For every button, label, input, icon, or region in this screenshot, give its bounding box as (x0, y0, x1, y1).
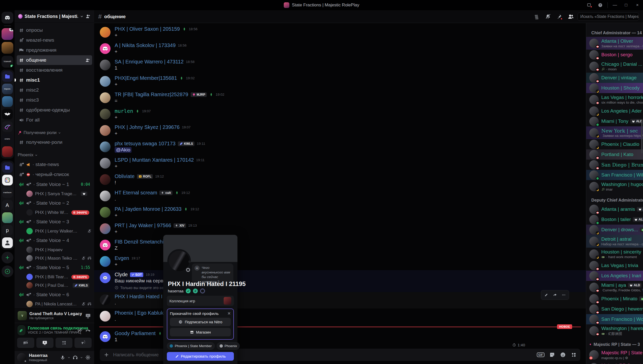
message[interactable]: PA | Jayden Monroe | 22063319:12+ (94, 205, 586, 221)
role-pill[interactable]: Phoenix | State Member (167, 342, 215, 350)
voice-channel-StateVoice~3[interactable]: · State Voice ~ 3 (17, 217, 92, 227)
server-icon[interactable] (2, 146, 13, 157)
state-fractions-server[interactable] (2, 28, 13, 40)
avatar[interactable] (100, 27, 111, 38)
server-icon[interactable]: STATE (2, 134, 13, 145)
channel-восстановления[interactable]: восстановления (17, 65, 92, 75)
message-author[interactable]: SA | Enrique Warrero | 473112 (115, 59, 183, 65)
message[interactable]: SA | Enrique Warrero | 47311218:581 (94, 57, 586, 74)
message[interactable]: PHX | Oliver Saxon | 20515918:56+ (94, 25, 586, 41)
hypesquad-badge-icon[interactable] (200, 289, 205, 293)
member-row[interactable]: Phoenix | Claudio (586, 139, 643, 149)
member-row[interactable]: Denver | vintage (586, 73, 643, 83)
channel-state-news[interactable]: · state-news (17, 160, 92, 169)
server-icon[interactable] (2, 175, 13, 185)
voice-member[interactable]: PHX | Paul Daime | 82140KWLS (15, 281, 94, 290)
message-author[interactable]: HT Eternal scream (115, 190, 157, 196)
avatar[interactable] (100, 191, 111, 201)
folder-icon[interactable] (2, 162, 13, 173)
avatar[interactable] (100, 158, 111, 169)
camera-button[interactable] (17, 338, 34, 348)
member-row[interactable]: Boston | tailerALD (586, 214, 643, 225)
category-Phoenix[interactable]: Phoenix (15, 151, 94, 159)
member-row[interactable]: Portland | Kato (586, 149, 643, 160)
server-folder[interactable]: этакбасинAp (1, 161, 14, 250)
invite-people-icon[interactable] (85, 58, 90, 63)
shop-button[interactable]: Магазин (170, 328, 231, 336)
server-icon[interactable] (2, 96, 13, 107)
message-author[interactable]: Goody Parliament (115, 330, 156, 336)
temniy-server[interactable]: ТЕМНИЙ (2, 56, 13, 68)
member-row[interactable]: Majestic RP | StateБОТmajestic-rp.ru | ⚙ (586, 348, 643, 361)
channel-опросы[interactable]: опросы (17, 25, 92, 35)
role-pill[interactable]: Phoenix (217, 342, 240, 350)
message[interactable]: TR |FBI| Tagilla Ramirez|252879MJRP19:02… (94, 90, 586, 106)
quest-badge-icon[interactable] (186, 289, 191, 293)
help-icon[interactable]: ? (595, 0, 606, 10)
phoenix-server[interactable] (2, 42, 13, 54)
voice-member[interactable]: PHX | Sanya Tragedia | 241450 (15, 190, 94, 198)
minimize-button[interactable]: — (609, 0, 620, 10)
message-author[interactable]: PRT | Jay Waker | 97566 (115, 223, 171, 228)
voice-connected-label[interactable]: Голосовая связь подключена (28, 326, 74, 330)
avatar[interactable] (100, 294, 111, 305)
gif-icon[interactable]: GIF (537, 352, 544, 357)
server-icon[interactable] (2, 212, 13, 223)
message[interactable]: PHX | Johny Skyez | 23967619:07+ (94, 123, 586, 139)
message[interactable]: LSPD | Munttan Xantares | 17014219:11+ (94, 156, 586, 172)
message-author[interactable]: PHX|Engri Member|135681 (115, 75, 177, 81)
member-row[interactable]: Los Angeles | Inari (586, 271, 643, 281)
close-button[interactable]: × (632, 0, 643, 10)
member-row[interactable]: New York | secЗаявки на хелпера https:// (586, 126, 643, 139)
member-row[interactable]: San Francisco | Woodie (586, 314, 643, 324)
member-row[interactable]: Denver | drows...cxlt (586, 225, 643, 235)
member-row[interactable]: Washington | haretooth· 幻影旅団 (586, 324, 643, 337)
avatar[interactable] (100, 174, 111, 185)
channel-одобрение-одежды[interactable]: одобрение-одежды (17, 105, 92, 115)
message-author[interactable]: phx tetsuya swaga 107173 (115, 141, 176, 147)
member-row[interactable]: Houston | sincerity· hard work moment (586, 248, 643, 260)
mention-pill[interactable]: @Akio (115, 147, 132, 153)
mic-icon[interactable] (59, 354, 67, 361)
close-icon[interactable]: ✕ (227, 311, 231, 316)
maximize-button[interactable]: □ (620, 0, 632, 10)
message-author[interactable]: LSPD | Munttan Xantares | 170142 (115, 157, 194, 163)
server-icon[interactable]: A (2, 200, 13, 211)
category-Получение роли[interactable]: Получение роли (15, 128, 94, 137)
update-icon[interactable] (583, 0, 595, 10)
avatar[interactable] (100, 60, 111, 70)
voice-member[interactable]: PHX | Hapaev (15, 246, 94, 254)
channel-weazel-news[interactable]: weazel-news (17, 35, 92, 45)
originally-known-as-badge-icon[interactable]: # (193, 289, 198, 293)
avatar[interactable] (100, 43, 111, 54)
message[interactable]: Obliviate$ROFL19:12! (94, 172, 586, 188)
member-row[interactable]: Houston | Shcody (586, 83, 643, 93)
nitro-subscribe-button[interactable]: Подписаться на Nitro (170, 318, 231, 326)
channel-Forall[interactable]: For all (17, 115, 92, 125)
channel-получение-роли[interactable]: получение-роли (17, 137, 92, 147)
message[interactable]: A | Nikita Sokolov | 17334918:56+ (94, 41, 586, 57)
avatar[interactable] (100, 272, 111, 283)
voice-member[interactable]: PHX | Mason Teiko | 1184 (15, 254, 94, 262)
voice-channel-StateVoice~4[interactable]: · State Voice ~ 4 (17, 236, 92, 245)
attach-plus-icon[interactable] (103, 352, 110, 358)
member-row[interactable]: San Diego | hewerro (586, 304, 643, 314)
noise-suppression-icon[interactable] (77, 327, 82, 333)
member-row[interactable]: Las Vegas | horrorkingsix million ways t… (586, 93, 643, 106)
emoji-icon[interactable] (560, 352, 566, 358)
voice-channel-StateVoice~2[interactable]: · State Voice ~ 2 (17, 198, 92, 208)
avatar[interactable] (100, 92, 111, 103)
channel-общение[interactable]: общение (17, 55, 92, 65)
server-icon[interactable]: p (2, 225, 13, 236)
member-row[interactable]: Chicago | Danial ...ALD· moon (586, 60, 643, 73)
discord-home-button[interactable] (2, 12, 13, 24)
message-author[interactable]: Obliviate (115, 173, 135, 179)
voice-channel-StateVoice~1[interactable]: · State Voice ~ 10:04 (17, 180, 92, 189)
avatar[interactable] (100, 240, 111, 250)
avatar[interactable] (100, 331, 111, 342)
voice-channel-StateVoice~5[interactable]: · State Voice ~ 51:55 (17, 263, 92, 272)
soundboard-button[interactable] (74, 338, 92, 348)
server-icon[interactable] (2, 109, 13, 119)
screenshare-button[interactable] (36, 338, 53, 348)
member-row[interactable]: Atlanta | OliverЗаявки на пост хелпера -… (586, 37, 643, 50)
